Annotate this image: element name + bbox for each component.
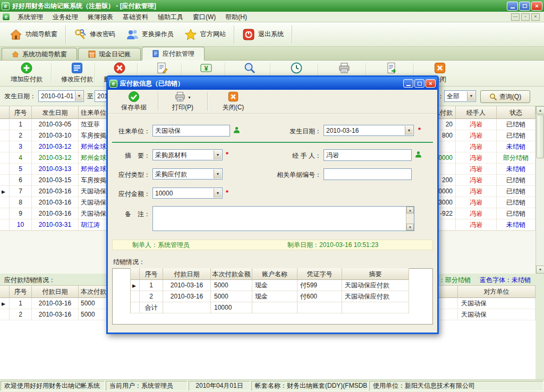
mdi-minimize-icon[interactable]: — — [511, 13, 520, 21]
header-pay-date[interactable]: 付款日期 — [163, 268, 211, 280]
payable-type-combo[interactable]: 采购应付款 — [152, 168, 223, 180]
header-selector — [0, 286, 10, 298]
total-label: 合计 — [140, 302, 163, 313]
handler-picker-person-icon[interactable] — [415, 151, 422, 158]
official-website-button[interactable]: 官方网站 — [179, 26, 231, 43]
menu-system[interactable]: 系统管理 — [13, 12, 48, 22]
query-button[interactable]: 查询(Q) — [480, 90, 530, 103]
scroll-up-icon[interactable]: ▲ — [536, 106, 544, 114]
separator — [95, 63, 95, 83]
scrollbar-thumb[interactable] — [537, 115, 544, 158]
tab-cash-journal[interactable]: 现金日记账 — [78, 48, 141, 60]
window-title: 好好用财务出纳记账系统（注册版） - [应付款管理] — [12, 2, 156, 11]
dialog-titlebar[interactable]: e 应付款信息（已结销） × — [108, 77, 437, 90]
row-selector — [0, 309, 10, 320]
exit-system-button[interactable]: 退出系统 — [237, 26, 289, 43]
header-pay-date[interactable]: 付款日期 — [32, 286, 79, 298]
add-payable-button[interactable]: 增加应付款 — [4, 62, 49, 84]
date-from-combo[interactable]: 2010-01-01 — [38, 90, 84, 102]
chevron-down-icon[interactable] — [214, 189, 222, 198]
header-counterparty[interactable]: 对方单位 — [458, 286, 536, 298]
money-button[interactable]: ¥ — [183, 62, 229, 74]
status-filter-combo[interactable]: 全部 — [444, 90, 476, 102]
menu-window[interactable]: 窗口(W) — [188, 12, 220, 22]
dialog-restore-button[interactable] — [414, 79, 424, 88]
settle-row-selected[interactable]: 1 2010-03-16 5000 现金 付599 天国动保应付款 — [131, 280, 409, 291]
minimize-button[interactable] — [507, 2, 518, 11]
header-summary[interactable]: 摘要 — [342, 268, 409, 280]
menu-help[interactable]: 帮助(H) — [220, 12, 252, 22]
summary-combo[interactable]: 采购原材料 — [152, 149, 223, 160]
settle-document-button[interactable] — [139, 62, 185, 74]
dialog-close-toolbar-button[interactable]: 关闭(C) — [208, 90, 259, 113]
handler-input[interactable]: 冯岩 — [324, 149, 412, 161]
header-seq[interactable]: 序号 — [10, 286, 32, 298]
scroll-up-icon[interactable]: ▲ — [406, 207, 414, 214]
menu-tools[interactable]: 辅助工具 — [153, 12, 188, 22]
maker-info-strip: 制单人：系统管理员 制单日期：2010-03-16 10:51:23 — [112, 240, 433, 250]
tab-nav-window[interactable]: 系统功能导航窗 — [2, 48, 77, 60]
change-password-button[interactable]: 修改密码 — [69, 26, 121, 43]
header-handler[interactable]: 经手人 — [456, 106, 497, 119]
header-account[interactable]: 账户名称 — [252, 268, 298, 280]
dialog-close-button[interactable]: × — [426, 79, 436, 88]
cell-pay-date: 2010-03-16 — [163, 280, 211, 291]
note-scrollbar[interactable]: ▲▼ — [406, 207, 414, 231]
chevron-down-icon[interactable] — [214, 169, 222, 178]
header-date[interactable]: 发生日期 — [32, 106, 79, 119]
header-seq[interactable]: 序号 — [10, 106, 32, 119]
settle-row[interactable]: 2 2010-03-16 5000 现金 付600 天国动保应付款 — [131, 291, 409, 302]
save-voucher-button[interactable]: 保存单据 — [110, 90, 158, 113]
header-voucher[interactable]: 凭证字号 — [298, 268, 342, 280]
switch-operator-button[interactable]: 更换操作员 — [121, 26, 179, 43]
cell-empty — [163, 302, 211, 313]
vertical-scrollbar[interactable]: ▲ ▼ — [536, 106, 544, 274]
note-textarea[interactable]: ▲▼ — [152, 206, 414, 231]
menu-reports[interactable]: 账簿报表 — [83, 12, 118, 22]
nav-window-button[interactable]: 功能导航窗 — [4, 26, 63, 43]
cell-status: 已结销 — [497, 208, 536, 219]
header-selector — [0, 106, 10, 119]
print-dropdown-icon[interactable] — [188, 93, 191, 100]
scroll-down-icon[interactable]: ▼ — [536, 266, 544, 274]
dialog-minimize-button[interactable] — [403, 79, 413, 88]
menu-business[interactable]: 业务处理 — [48, 12, 83, 22]
cell-seq: 2 — [10, 130, 32, 141]
edit-payable-button[interactable]: 修改应付款 — [54, 62, 100, 84]
export-icon — [386, 62, 398, 74]
tab-payables[interactable]: 应付款管理 — [142, 47, 205, 61]
menu-app-icon: e — [2, 13, 10, 21]
scroll-down-icon[interactable]: ▼ — [406, 224, 414, 231]
clock-button[interactable] — [274, 62, 319, 74]
header-status[interactable]: 状态 — [497, 106, 536, 119]
chevron-down-icon[interactable] — [467, 91, 475, 101]
status-welcome: 欢迎使用好好用财务出纳记帐系统 — [1, 381, 105, 391]
dialog-print-label: 打印(P) — [172, 103, 193, 112]
dialog-print-button[interactable]: 打印(P) — [158, 90, 207, 113]
add-icon — [20, 62, 33, 74]
chevron-down-icon[interactable] — [214, 150, 222, 159]
close-button[interactable]: × — [531, 2, 542, 11]
ref-no-input[interactable] — [324, 168, 412, 180]
occur-date-combo[interactable]: 2010-03-16 — [324, 125, 414, 136]
search-button[interactable] — [227, 62, 273, 74]
payable-amount-combo[interactable]: 10000 — [152, 188, 223, 199]
header-seq[interactable]: 序号 — [140, 268, 163, 280]
titlebar[interactable]: e 好好用财务出纳记账系统（注册版） - [应付款管理] × — [0, 0, 544, 12]
print-list-button[interactable] — [321, 62, 367, 74]
header-pay-amount[interactable]: 本次付款金额 — [211, 268, 252, 280]
menu-basedata[interactable]: 基础资料 — [118, 12, 153, 22]
chevron-down-icon[interactable] — [405, 126, 413, 135]
mdi-close-icon[interactable]: × — [531, 13, 540, 21]
orange-close-icon — [227, 91, 239, 103]
unit-picker-person-icon[interactable] — [233, 126, 240, 133]
payable-amount-value: 10000 — [155, 190, 173, 197]
restore-button[interactable] — [519, 2, 530, 11]
chevron-down-icon[interactable] — [75, 91, 83, 101]
mdi-restore-icon[interactable]: ▫ — [521, 13, 530, 21]
export-button[interactable] — [369, 62, 415, 74]
required-mark: * — [226, 150, 228, 158]
unit-input[interactable]: 天国动保 — [152, 125, 230, 137]
cell-status: 已结销 — [497, 175, 536, 186]
cell-empty — [252, 302, 298, 313]
